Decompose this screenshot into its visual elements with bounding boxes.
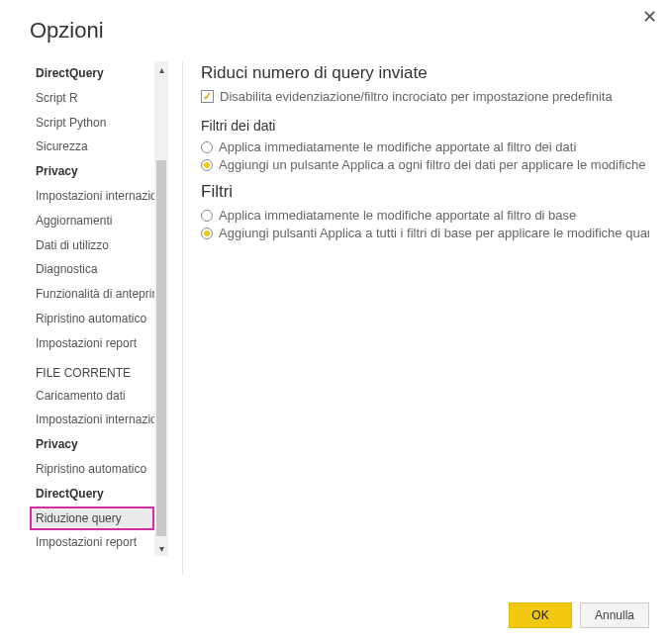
sidebar-item-report[interactable]: Impostazioni report <box>30 331 154 356</box>
content-panel: Riduci numero di query inviate Disabilit… <box>201 61 649 576</box>
radio-applica-immediatamente-base[interactable] <box>201 210 213 222</box>
sidebar-item-privacy[interactable]: Privacy <box>30 159 154 184</box>
scroll-thumb[interactable] <box>156 160 166 536</box>
sidebar-item-directquery-2[interactable]: DirectQuery <box>30 482 154 506</box>
sidebar-item-anteprima[interactable]: Funzionalità di anteprima <box>30 282 154 307</box>
section-heading-riduci: Riduci numero di query inviate <box>201 63 649 83</box>
scroll-down-icon[interactable]: ▾ <box>154 540 168 556</box>
sidebar-item-script-r[interactable]: Script R <box>30 86 154 111</box>
checkbox-disabilita-evidenziazione[interactable] <box>201 90 214 103</box>
sidebar-item-sicurezza[interactable]: Sicurezza <box>30 135 154 159</box>
sidebar-item-diagnostica[interactable]: Diagnostica <box>30 257 154 282</box>
sidebar-item-privacy-2[interactable]: Privacy <box>30 432 154 457</box>
sidebar-item-riduzione-query[interactable]: Riduzione query <box>30 506 154 531</box>
sidebar-item-directquery[interactable]: DirectQuery <box>30 61 154 86</box>
sidebar-item-ripristino[interactable]: Ripristino automatico <box>30 307 154 331</box>
divider <box>182 61 183 576</box>
section-heading-filtri: Filtri <box>201 182 649 202</box>
dialog-title: Opzioni <box>30 18 649 44</box>
sidebar-group-file-corrente: FILE CORRENTE <box>30 356 154 384</box>
checkbox-label: Disabilita evidenziazione/filtro incroci… <box>220 89 613 104</box>
sidebar: DirectQuery Script R Script Python Sicur… <box>30 61 154 556</box>
sidebar-item-internazionali-2[interactable]: Impostazioni internazionali <box>30 408 154 432</box>
sidebar-item-ripristino-2[interactable]: Ripristino automatico <box>30 457 154 482</box>
radio-label: Applica immediatamente le modifiche appo… <box>219 208 576 223</box>
radio-aggiungi-pulsanti-base[interactable] <box>201 228 213 239</box>
sidebar-item-report-2[interactable]: Impostazioni report <box>30 530 154 555</box>
sidebar-item-aggiornamenti[interactable]: Aggiornamenti <box>30 209 154 233</box>
sidebar-item-caricamento[interactable]: Caricamento dati <box>30 384 154 409</box>
ok-button[interactable]: OK <box>509 602 572 628</box>
sidebar-scrollbar[interactable]: ▴ ▾ <box>154 61 168 556</box>
radio-label: Aggiungi pulsanti Applica a tutti i filt… <box>219 226 649 240</box>
radio-label: Aggiungi un pulsante Applica a ogni filt… <box>219 157 649 172</box>
scroll-up-icon[interactable]: ▴ <box>154 61 168 77</box>
close-icon[interactable]: ✕ <box>642 8 657 26</box>
radio-aggiungi-pulsante-dati[interactable] <box>201 159 213 171</box>
sidebar-item-dati-utilizzo[interactable]: Dati di utilizzo <box>30 233 154 258</box>
sidebar-item-script-python[interactable]: Script Python <box>30 111 154 136</box>
section-heading-filtri-dati: Filtri dei dati <box>201 118 649 134</box>
cancel-button[interactable]: Annulla <box>580 602 649 628</box>
radio-label: Applica immediatamente le modifiche appo… <box>219 139 576 154</box>
radio-applica-immediatamente-dati[interactable] <box>201 141 213 153</box>
sidebar-item-internazionali[interactable]: Impostazioni internazionali <box>30 184 154 209</box>
